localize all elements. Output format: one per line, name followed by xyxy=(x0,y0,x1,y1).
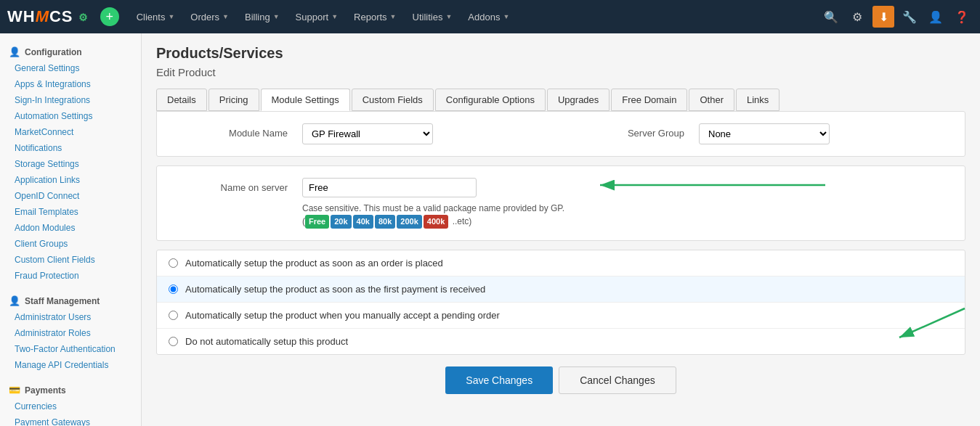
sidebar-item-addon-modules[interactable]: Addon Modules xyxy=(0,220,141,236)
radio-option-4: Do not automatically setup this product xyxy=(157,329,965,354)
menu-orders[interactable]: Orders ▼ xyxy=(183,9,236,25)
tab-custom-fields[interactable]: Custom Fields xyxy=(352,89,434,111)
add-button[interactable]: + xyxy=(100,7,119,26)
chevron-down-icon: ▼ xyxy=(222,13,229,20)
sidebar-item-admin-users[interactable]: Administrator Users xyxy=(0,309,141,325)
server-group-control: None xyxy=(699,123,950,144)
module-name-label: Module Name xyxy=(171,123,288,139)
tab-links[interactable]: Links xyxy=(736,89,779,111)
tabs: Details Pricing Module Settings Custom F… xyxy=(156,89,965,111)
help-icon[interactable]: ❓ xyxy=(951,6,973,28)
sidebar-item-signin-integrations[interactable]: Sign-In Integrations xyxy=(0,92,141,108)
page-subtitle: Edit Product xyxy=(156,66,965,78)
radio-options-panel: Automatically setup the product as soon … xyxy=(156,250,965,355)
main-content: Products/Services Edit Product Details P… xyxy=(142,33,980,426)
tab-details[interactable]: Details xyxy=(156,89,207,111)
name-on-server-label: Name on server xyxy=(171,178,288,193)
badge-free: Free xyxy=(305,215,329,229)
sidebar-section-configuration: 👤 Configuration xyxy=(0,41,141,60)
cancel-button[interactable]: Cancel Changes xyxy=(559,366,676,394)
sidebar-item-custom-client-fields[interactable]: Custom Client Fields xyxy=(0,252,141,268)
radio-opt3-label[interactable]: Automatically setup the product when you… xyxy=(185,310,500,321)
payments-icon: 💳 xyxy=(9,385,20,396)
menu-support[interactable]: Support ▼ xyxy=(288,9,345,25)
menu-utilities[interactable]: Utilities ▼ xyxy=(405,9,460,25)
sidebar-item-two-factor[interactable]: Two-Factor Authentication xyxy=(0,341,141,357)
tab-module-settings[interactable]: Module Settings xyxy=(261,89,350,111)
radio-opt2-label[interactable]: Automatically setup the product as soon … xyxy=(185,284,485,295)
sidebar-item-storage-settings[interactable]: Storage Settings xyxy=(0,156,141,172)
sidebar-item-admin-roles[interactable]: Administrator Roles xyxy=(0,325,141,341)
server-group-label: Server Group xyxy=(568,123,684,139)
staff-icon: 👤 xyxy=(9,295,20,306)
name-server-row: Name on server Case sensitive. This must… xyxy=(171,178,950,229)
radio-opt1-label[interactable]: Automatically setup the product as soon … xyxy=(185,258,443,269)
sidebar-item-email-templates[interactable]: Email Templates xyxy=(0,204,141,220)
sidebar-item-client-groups[interactable]: Client Groups xyxy=(0,236,141,252)
radio-opt4[interactable] xyxy=(169,337,178,346)
radio-opt2[interactable] xyxy=(169,284,178,294)
sidebar-item-notifications[interactable]: Notifications xyxy=(0,140,141,156)
chevron-down-icon: ▼ xyxy=(331,13,338,20)
sidebar-section-staff: 👤 Staff Management xyxy=(0,290,141,309)
name-on-server-input[interactable] xyxy=(302,178,477,197)
tab-upgrades[interactable]: Upgrades xyxy=(547,89,610,111)
menu-reports[interactable]: Reports ▼ xyxy=(347,9,403,25)
sidebar-item-currencies[interactable]: Currencies xyxy=(0,398,141,414)
page-title: Products/Services xyxy=(156,45,965,62)
chevron-down-icon: ▼ xyxy=(168,13,174,20)
sidebar-item-automation-settings[interactable]: Automation Settings xyxy=(0,108,141,124)
badge-200k: 200k xyxy=(397,215,421,229)
name-on-server-panel: Name on server Case sensitive. This must… xyxy=(156,165,965,241)
name-on-server-hint: Case sensitive. This must be a valid pac… xyxy=(302,202,950,229)
wrench-icon[interactable]: 🔧 xyxy=(899,6,920,28)
sidebar-item-openid-connect[interactable]: OpenID Connect xyxy=(0,188,141,204)
radio-opt3[interactable] xyxy=(169,311,178,320)
form-actions: Save Changes Cancel Changes xyxy=(156,366,965,394)
sidebar-section-payments: 💳 Payments xyxy=(0,379,141,398)
sidebar-item-api-credentials[interactable]: Manage API Credentials xyxy=(0,357,141,373)
tab-pricing[interactable]: Pricing xyxy=(208,89,259,111)
sidebar-item-fraud-protection[interactable]: Fraud Protection xyxy=(0,268,141,284)
name-server-content: Case sensitive. This must be a valid pac… xyxy=(302,178,950,229)
chevron-down-icon: ▼ xyxy=(445,13,452,20)
radio-option-2: Automatically setup the product as soon … xyxy=(157,277,965,303)
badge-40k: 40k xyxy=(353,215,373,229)
search-icon[interactable]: 🔍 xyxy=(820,6,842,28)
tab-other[interactable]: Other xyxy=(689,89,734,111)
module-panel: Module Name GP Firewall Server Group Non… xyxy=(156,111,965,157)
badge-400k: 400k xyxy=(424,215,448,229)
save-button[interactable]: Save Changes xyxy=(445,366,553,394)
server-group-select[interactable]: None xyxy=(699,123,830,144)
sidebar-item-marketconnect[interactable]: MarketConnect xyxy=(0,124,141,140)
radio-opt1[interactable] xyxy=(169,258,178,268)
tab-configurable-options[interactable]: Configurable Options xyxy=(435,89,546,111)
radio-opt4-label[interactable]: Do not automatically setup this product xyxy=(185,336,348,347)
download-icon[interactable]: ⬇ xyxy=(872,6,894,28)
topnav-menu: Clients ▼ Orders ▼ Billing ▼ Support ▼ R… xyxy=(129,9,816,25)
person-icon: 👤 xyxy=(9,46,20,57)
chevron-down-icon: ▼ xyxy=(503,13,509,20)
radio-option-1: Automatically setup the product as soon … xyxy=(157,250,965,277)
chevron-down-icon: ▼ xyxy=(273,13,280,20)
menu-clients[interactable]: Clients ▼ xyxy=(129,9,182,25)
badge-suffix: ..etc) xyxy=(450,216,471,226)
sidebar-item-payment-gateways[interactable]: Payment Gateways xyxy=(0,414,141,426)
sidebar-item-general-settings[interactable]: General Settings xyxy=(0,60,141,76)
badge-20k: 20k xyxy=(331,215,351,229)
user-icon[interactable]: 👤 xyxy=(925,6,947,28)
badge-80k: 80k xyxy=(375,215,395,229)
sidebar-item-apps-integrations[interactable]: Apps & Integrations xyxy=(0,76,141,92)
gear-icon[interactable]: ⚙ xyxy=(846,6,868,28)
tab-free-domain[interactable]: Free Domain xyxy=(611,89,687,111)
sidebar: 👤 Configuration General Settings Apps & … xyxy=(0,33,142,426)
sidebar-item-application-links[interactable]: Application Links xyxy=(0,172,141,188)
module-name-row: Module Name GP Firewall Server Group Non… xyxy=(157,112,965,156)
menu-billing[interactable]: Billing ▼ xyxy=(238,9,287,25)
menu-addons[interactable]: Addons ▼ xyxy=(461,9,517,25)
topnav: WHMCS ⚙ + Clients ▼ Orders ▼ Billing ▼ S… xyxy=(0,0,980,33)
radio-option-3: Automatically setup the product when you… xyxy=(157,303,965,329)
topnav-icons: 🔍 ⚙ ⬇ 🔧 👤 ❓ xyxy=(820,6,973,28)
module-name-select[interactable]: GP Firewall xyxy=(302,123,433,144)
logo: WHMCS ⚙ xyxy=(7,7,89,26)
